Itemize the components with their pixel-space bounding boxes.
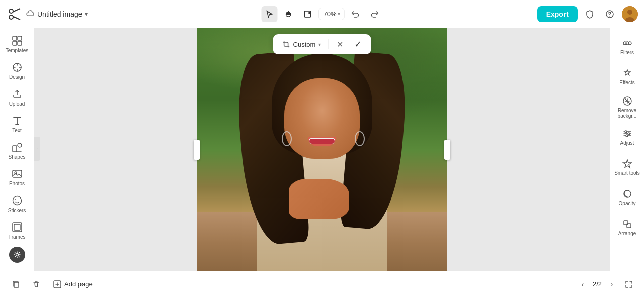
filters-icon xyxy=(622,38,632,48)
crop-preset-button[interactable]: Custom ▾ xyxy=(279,38,325,50)
svg-rect-21 xyxy=(14,224,20,230)
right-sidebar-item-effects[interactable]: Effects xyxy=(612,62,642,91)
user-avatar[interactable] xyxy=(622,6,638,22)
logo-icon xyxy=(6,6,22,22)
page-count: 2/2 xyxy=(593,280,602,288)
undo-button[interactable] xyxy=(348,6,364,22)
upload-label: Upload xyxy=(9,101,25,107)
copy-icon xyxy=(12,280,20,288)
crop-preset-chevron: ▾ xyxy=(318,42,321,47)
cloud-icon xyxy=(26,10,35,19)
zoom-control[interactable]: 70% ▾ xyxy=(318,8,344,20)
delete-button[interactable] xyxy=(28,276,44,292)
frames-icon xyxy=(12,222,23,233)
hand-tool-button[interactable] xyxy=(280,6,296,22)
svg-rect-35 xyxy=(627,224,631,228)
sidebar-item-design[interactable]: Design xyxy=(3,59,31,83)
right-sidebar-item-filters[interactable]: Filters xyxy=(612,32,642,61)
panel-toggle[interactable]: ‹ xyxy=(34,137,40,161)
svg-rect-13 xyxy=(18,41,22,45)
opacity-icon xyxy=(622,189,632,199)
prev-page-button[interactable]: ‹ xyxy=(576,277,590,291)
crop-toolbar: Custom ▾ ✕ ✓ xyxy=(273,34,371,54)
document-title-area[interactable]: Untitled image ▾ xyxy=(26,10,88,19)
shapes-label: Shapes xyxy=(9,154,26,160)
crop-divider xyxy=(328,39,329,49)
svg-rect-10 xyxy=(13,36,17,40)
resize-button[interactable] xyxy=(299,6,315,22)
stickers-label: Stickers xyxy=(8,208,26,213)
select-tool-button[interactable] xyxy=(261,6,277,22)
svg-rect-36 xyxy=(14,282,19,287)
shapes-icon xyxy=(12,142,23,153)
title-chevron: ▾ xyxy=(85,11,88,18)
crop-handle-right[interactable] xyxy=(444,140,450,160)
sidebar-item-templates[interactable]: Templates xyxy=(3,32,31,57)
topbar-center-tools: 70% ▾ xyxy=(261,6,382,22)
next-page-button[interactable]: › xyxy=(605,277,619,291)
right-sidebar-item-arrange[interactable]: Arrange xyxy=(612,213,642,242)
sidebar-item-shapes[interactable]: Shapes xyxy=(3,139,31,163)
svg-line-3 xyxy=(13,16,21,20)
svg-rect-12 xyxy=(13,41,17,45)
effects-label: Effects xyxy=(619,80,634,85)
svg-point-8 xyxy=(627,10,632,15)
text-icon xyxy=(12,115,23,126)
sidebar-item-upload[interactable]: Upload xyxy=(3,85,31,110)
topbar: Untitled image ▾ 70% ▾ xyxy=(0,0,644,28)
svg-point-30 xyxy=(625,131,627,133)
svg-rect-15 xyxy=(13,146,17,152)
svg-point-6 xyxy=(609,16,610,16)
svg-rect-17 xyxy=(13,170,22,177)
svg-point-31 xyxy=(628,133,630,135)
sidebar-item-text[interactable]: Text xyxy=(3,112,31,137)
frames-label: Frames xyxy=(9,234,26,240)
sidebar-item-frames[interactable]: Frames xyxy=(3,218,31,243)
svg-rect-34 xyxy=(624,221,628,225)
close-icon: ✕ xyxy=(337,40,343,49)
trash-icon xyxy=(32,280,40,288)
photos-label: Photos xyxy=(9,181,25,186)
fullscreen-button[interactable] xyxy=(622,277,636,291)
templates-icon xyxy=(12,35,23,46)
adjust-icon xyxy=(622,129,632,139)
svg-line-2 xyxy=(13,9,21,12)
fullscreen-icon xyxy=(625,280,633,288)
main-area: Templates Design Upload Text xyxy=(0,28,644,271)
svg-point-16 xyxy=(18,143,22,147)
sidebar-item-stickers[interactable]: Stickers xyxy=(3,191,31,216)
svg-rect-11 xyxy=(18,36,22,40)
text-label: Text xyxy=(12,128,21,133)
right-sidebar-item-opacity[interactable]: Opacity xyxy=(612,183,642,212)
crop-handle-left[interactable] xyxy=(194,140,200,160)
sidebar-item-photos[interactable]: Photos xyxy=(3,165,31,189)
zoom-value: 70% xyxy=(323,10,336,18)
filters-label: Filters xyxy=(620,50,634,55)
help-button[interactable] xyxy=(602,6,618,22)
add-page-button[interactable]: Add page xyxy=(48,277,98,291)
templates-label: Templates xyxy=(6,48,29,53)
redo-button[interactable] xyxy=(367,6,383,22)
design-icon xyxy=(12,62,23,73)
crop-icon xyxy=(282,40,290,48)
canvas-area[interactable]: Custom ▾ ✕ ✓ xyxy=(34,28,610,271)
design-label: Design xyxy=(9,74,25,80)
upload-icon xyxy=(12,88,23,100)
shield-button[interactable] xyxy=(582,6,598,22)
svg-point-22 xyxy=(16,254,18,256)
settings-button[interactable] xyxy=(9,247,25,263)
right-sidebar-item-remove-bg[interactable]: Remove backgr... xyxy=(612,92,642,122)
right-sidebar-item-smart-tools[interactable]: Smart tools xyxy=(612,153,642,182)
crop-cancel-button[interactable]: ✕ xyxy=(333,37,347,51)
opacity-label: Opacity xyxy=(619,201,636,206)
svg-point-32 xyxy=(626,135,628,137)
export-button[interactable]: Export xyxy=(537,6,578,22)
bottom-bar: Add page ‹ 2/2 › xyxy=(0,271,644,297)
crop-confirm-button[interactable]: ✓ xyxy=(351,37,365,51)
smart-tools-icon xyxy=(622,159,632,169)
canvas-image-wrapper[interactable] xyxy=(197,28,447,271)
right-sidebar-item-adjust[interactable]: Adjust xyxy=(612,123,642,152)
page-navigation: ‹ 2/2 › xyxy=(576,277,636,291)
copy-button[interactable] xyxy=(8,276,24,292)
document-title: Untitled image xyxy=(37,10,83,18)
